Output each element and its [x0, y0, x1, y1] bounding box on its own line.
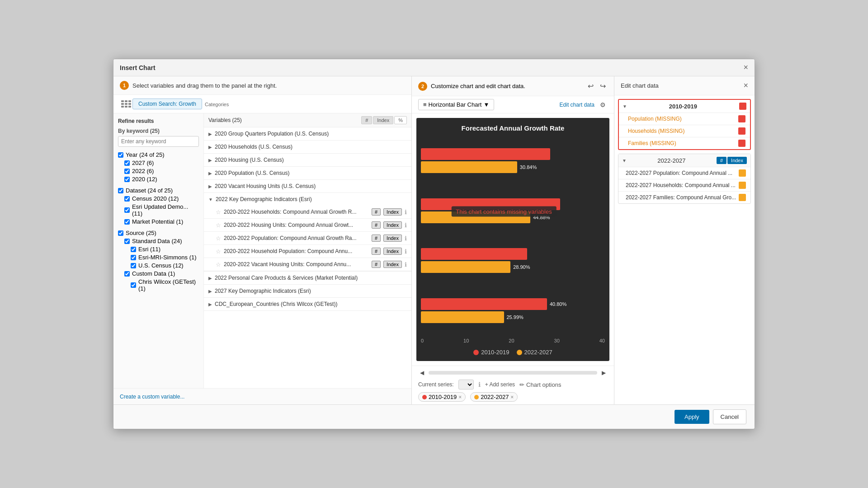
star-icon-2[interactable]: ☆ [216, 235, 221, 242]
source-section: Source (25) Standard Data (24) Esri (11) [118, 230, 199, 292]
var-item-4: ☆ 2020-2022 Vacant Housing Units: Compou… [204, 258, 411, 271]
year-2027-checkbox[interactable] [124, 160, 130, 166]
standard-data-label: Standard Data (24) [132, 238, 182, 244]
scroll-left-btn[interactable]: ◀ [418, 369, 426, 377]
series2-var-swatch-0[interactable] [739, 169, 746, 177]
variables-panel: Variables (25) # Index % ▶ 2020 Group Qu… [204, 113, 411, 388]
year-2022-checkbox[interactable] [124, 169, 130, 174]
series-label: Current series: [418, 381, 454, 388]
var-group-2: ▶ 2020 Housing (U.S. Census) [204, 154, 411, 167]
var-group-0: ▶ 2020 Group Quarters Population (U.S. C… [204, 127, 411, 141]
esri-mri-label: Esri-MRI-Simmons (1) [138, 254, 197, 261]
edit-chart-data-section: ▼ 2010-2019 Population (MISSING) Househo… [614, 95, 755, 404]
series-var-item-0: Population (MISSING) [619, 113, 750, 125]
star-icon-4[interactable]: ☆ [216, 261, 221, 268]
source-children: Standard Data (24) Esri (11) Esri-MRI-Si… [124, 238, 199, 292]
series-select[interactable] [458, 380, 474, 389]
var-group-header-3[interactable]: ▶ 2020 Population (U.S. Census) [204, 167, 411, 179]
apply-button[interactable]: Apply [675, 410, 709, 424]
step1-badge: 1 [120, 81, 129, 90]
step1-text: Select variables and drag them to the pa… [132, 82, 277, 89]
chris-wilcox-checkbox[interactable] [131, 282, 136, 288]
var-index-btn-1[interactable]: Index [383, 221, 402, 229]
modal-close-button[interactable]: × [743, 63, 748, 72]
series-var-swatch-0[interactable] [738, 115, 745, 122]
series-tag-close-0[interactable]: × [458, 394, 462, 400]
info-icon-2[interactable]: ℹ [405, 235, 407, 242]
var-name-3: 2020-2022 Household Population: Compound… [224, 248, 369, 254]
dataset-checkbox[interactable] [118, 188, 123, 193]
series-hash-btn[interactable]: # [717, 157, 726, 164]
series-index-btn[interactable]: Index [727, 157, 747, 164]
redo-button[interactable]: ↪ [598, 81, 608, 91]
var-group-header-8[interactable]: ▶ CDC_European_Countries (Chris Wilcox (… [204, 298, 411, 310]
series2-var-swatch-1[interactable] [739, 182, 746, 189]
var-index-btn-2[interactable]: Index [383, 235, 402, 242]
scroll-right-btn[interactable]: ▶ [600, 369, 608, 377]
right-panel: Edit chart data × ▼ 2010-2019 Population… [614, 76, 755, 404]
series-tag-close-1[interactable]: × [510, 394, 514, 400]
series-var-item-2: Families (MISSING) [619, 137, 750, 149]
var-group-header-1[interactable]: ▶ 2020 Households (U.S. Census) [204, 141, 411, 153]
bar-label-0: 30.84% [520, 164, 537, 170]
keyword-input[interactable] [118, 136, 199, 147]
var-index-btn-0[interactable]: Index [383, 208, 402, 216]
cancel-button[interactable]: Cancel [713, 409, 746, 424]
modal-header: Insert Chart × [113, 59, 755, 76]
series-group-header-1[interactable]: ▼ 2010-2019 [619, 100, 750, 113]
index-toggle-btn[interactable]: Index [373, 116, 393, 124]
star-icon-0[interactable]: ☆ [216, 209, 221, 216]
add-series-button[interactable]: + Add series [485, 381, 515, 388]
legend-dot-1 [517, 350, 522, 355]
var-group-header-4[interactable]: ▶ 2020 Vacant Housing Units (U.S. Census… [204, 180, 411, 192]
create-custom-link[interactable]: Create a custom variable... [120, 394, 184, 400]
esri-checkbox[interactable] [131, 247, 136, 252]
us-census-checkbox[interactable] [131, 263, 136, 268]
chart-options-button[interactable]: ✏ Chart options [519, 381, 561, 388]
census-checkbox[interactable] [124, 196, 130, 202]
var-index-btn-4[interactable]: Index [383, 261, 402, 268]
series-info-btn[interactable]: ℹ [478, 381, 481, 388]
standard-data-checkbox[interactable] [124, 239, 130, 244]
percent-toggle-btn[interactable]: % [394, 116, 407, 124]
chart-bars-area: 30.84% 44.88% This chart contains missin… [416, 136, 609, 336]
series2-var-swatch-2[interactable] [739, 194, 746, 201]
var-group-header-2[interactable]: ▶ 2020 Housing (U.S. Census) [204, 154, 411, 166]
info-icon-1[interactable]: ℹ [405, 222, 407, 229]
market-potential-checkbox[interactable] [124, 219, 130, 225]
bar-orange-0 [421, 161, 517, 173]
custom-data-checkbox[interactable] [124, 271, 130, 277]
info-icon-0[interactable]: ℹ [405, 209, 407, 216]
year-2020-checkbox[interactable] [124, 177, 130, 182]
series-var-item-1: Households (MISSING) [619, 125, 750, 137]
dataset-label: Dataset (24 of 25) [126, 187, 173, 194]
undo-button[interactable]: ↩ [586, 81, 595, 91]
right-panel-close-btn[interactable]: × [743, 81, 748, 90]
custom-search-button[interactable]: Custom Search: Growth [132, 99, 202, 109]
source-checkbox[interactable] [118, 230, 123, 236]
var-group-header-7[interactable]: ▶ 2027 Key Demographic Indicators (Esri) [204, 285, 411, 297]
var-group-header-6[interactable]: ▶ 2022 Personal Care Products & Services… [204, 272, 411, 284]
var-group-header-0[interactable]: ▶ 2020 Group Quarters Population (U.S. C… [204, 127, 411, 140]
var-group-header-5[interactable]: ▼ 2022 Key Demographic Indicators (Esri) [204, 193, 411, 206]
series-group-header-2[interactable]: ▼ 2022-2027 # Index [618, 154, 750, 167]
info-icon-3[interactable]: ℹ [405, 248, 407, 255]
left-panel: 1 Select variables and drag them to the … [113, 76, 412, 404]
scrollbar-track[interactable] [429, 371, 597, 375]
hash-toggle-btn[interactable]: # [361, 116, 372, 124]
var-name-0: 2020-2022 Households: Compound Annual Gr… [224, 209, 369, 215]
chart-settings-button[interactable]: ⚙ [598, 100, 608, 109]
var-index-btn-3[interactable]: Index [383, 248, 402, 255]
star-icon-3[interactable]: ☆ [216, 248, 221, 255]
esri-updated-checkbox[interactable] [124, 207, 130, 213]
grid-view-icon[interactable] [120, 99, 130, 109]
year-checkbox[interactable] [118, 152, 123, 158]
series-var-swatch-2[interactable] [738, 140, 745, 147]
chart-type-button[interactable]: ≡ Horizontal Bar Chart ▼ [418, 99, 494, 110]
star-icon-1[interactable]: ☆ [216, 222, 221, 229]
edit-chart-data-link[interactable]: Edit chart data [560, 102, 594, 108]
series-var-swatch-1[interactable] [738, 127, 745, 135]
esri-mri-checkbox[interactable] [131, 255, 136, 260]
info-icon-4[interactable]: ℹ [405, 261, 407, 268]
series-color-swatch-1[interactable] [739, 103, 746, 110]
